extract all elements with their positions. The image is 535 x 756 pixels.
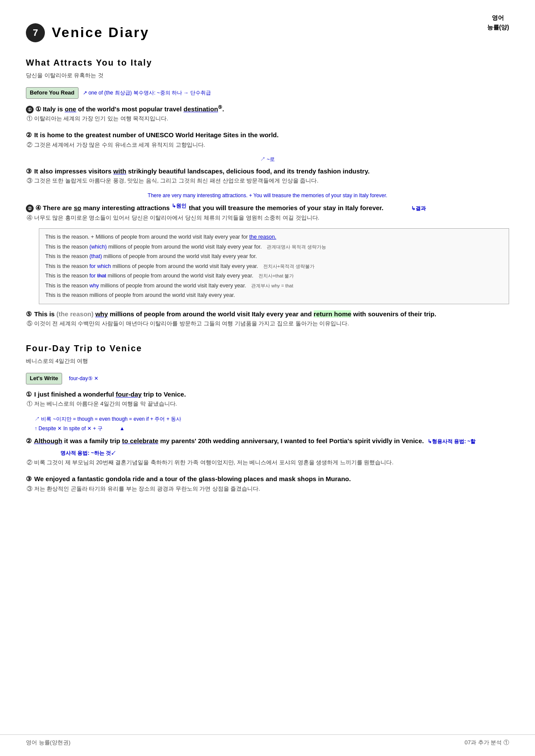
section2-subtitle: 베니스로의 4일간의 여행 [26,357,509,366]
grammar-line-3: This is the reason (that) millions of pe… [45,252,503,261]
section2-title: Four-Day Trip to Venice [26,341,509,355]
badge2-note: four-day⑤ ✕ [69,375,98,383]
sentence-5-ko: ⑤ 이것이 전 세계의 수백만의 사람들이 매년마다 이탈리아를 방문하고 그들… [27,319,509,328]
sentence-1-ko: ① 이탈리아는 세계의 가장 인기 있는 여행 목적지입니다. [27,114,509,123]
num-3: ③ [26,167,31,175]
sentence-6-en: ① I just finished a wonderful four-day t… [26,389,509,400]
chapter-title: 7 Venice Diary [26,22,509,44]
grammar-box: This is the reason. + Millions of people… [39,228,509,304]
chapter-title-text: Venice Diary [52,22,149,44]
sentence-2-en: ② It is home to the greatest number of U… [26,129,509,141]
section1-title: What Attracts You to Italy [26,56,509,69]
sentence-7-ko: ② 비록 그것이 제 부모님의 20번째 결혼기념일을 축하하기 위한 가족 여… [27,458,509,467]
sentence-6-ko: ① 저는 베니스로의 아름다운 4일간의 여행을 막 끝냈습니다. [27,400,509,409]
sentence-4-en: ②④ There are so many interesting attract… [26,202,509,214]
sentence-5-en: ⑤ This is (the reason) why millions of p… [26,309,509,320]
sentence-8-block: ③ We enjoyed a fantastic gondola ride an… [26,473,509,493]
sentence-1-block: ①① Italy is one of the world's most popu… [26,103,509,123]
bottom-right-label: 07과 추가 분석 ① [465,738,509,747]
sentence-3-block: ③ It also impresses visitors with striki… [26,166,509,186]
before-you-read-badge: Before You Read [26,87,79,99]
num-circle-1: ① [26,106,34,113]
grammar-line-5: This is the reason for that millions of … [45,271,503,281]
grammar-line-2: This is the reason (which) millions of p… [45,242,503,252]
bottom-bar: 영어 능률(양현권) 07과 추가 분석 ① [0,734,535,747]
grammar-note-although-2: ↑ Despite ✕ In spite of ✕ + 구 ▲ [35,424,509,434]
num-4: ④ [35,204,41,211]
sentence-1-en: ①① Italy is one of the world's most popu… [26,103,509,115]
combined-note: There are very many interesting attracti… [26,192,509,200]
section1-subtitle: 당신을 이탈리아로 유혹하는 것 [26,71,509,80]
badge1-note: ↗ one of (the 최상급) 복수명사: ~중의 하나 → 단수취급 [83,89,211,97]
num-circle-2: ② [26,205,34,212]
sentence-1-num-plain: ① [35,105,41,113]
sentence-6-block: ① I just finished a wonderful four-day t… [26,389,509,409]
bottom-left-label: 영어 능률(양현권) [26,738,70,747]
sentence-3-en: ③ It also impresses visitors with striki… [26,166,509,177]
num-7: ② [26,437,31,444]
sentence-5-block: ⑤ This is (the reason) why millions of p… [26,309,509,328]
label-line2: 능률(양) [487,22,509,32]
sentence-7-block: ② Although it was a family trip to celeb… [26,435,509,467]
grammar-note-although: ↗ 비록 ~이지만 = though = even though = even … [35,415,509,433]
num-5: ⑤ [26,310,31,318]
num-8: ③ [26,475,31,482]
arrow-note-ro: ↗ ~로 [26,155,509,164]
badge2-row: Let's Write four-day⑤ ✕ [26,373,509,384]
chapter-number: 7 [33,25,38,40]
badge1-row: Before You Read ↗ one of (the 최상급) 복수명사:… [26,87,509,99]
grammar-line-7: This is the reason millions of people fr… [45,290,503,300]
sentence-4-ko: ④ 너무도 많은 흥미로운 명소들이 있어서 당신은 이탈리아에서 당신의 체류… [27,214,509,223]
sentence-8-en: ③ We enjoyed a fantastic gondola ride an… [26,473,509,485]
num-2: ② [26,131,31,139]
chapter-number-circle: 7 [26,23,45,42]
grammar-line-1: This is the reason. + Millions of people… [45,232,503,242]
top-right-label: 영어 능률(양) [487,13,509,32]
sentence-7-en: ② Although it was a family trip to celeb… [26,435,509,458]
grammar-line-6: This is the reason why millions of peopl… [45,281,503,291]
sentence-2-ko: ② 그것은 세계에서 가장 많은 수의 유네스코 세계 유적지의 고향입니다. [27,141,509,150]
sentence-8-ko: ③ 저는 환상적인 곤돌라 타기와 유리를 부는 장소의 광경과 무란노의 가면… [27,485,509,494]
label-line1: 영어 [487,13,509,22]
sentence-3-ko: ③ 그것은 또한 놀랍게도 아름다운 풍경, 맛있는 음식, 그리고 그것의 최… [27,176,509,186]
grammar-note-although-1: ↗ 비록 ~이지만 = though = even though = even … [35,415,509,424]
grammar-line-4: This is the reason for which millions of… [45,261,503,271]
sentence-2-block: ② It is home to the greatest number of U… [26,129,509,149]
lets-write-badge: Let's Write [26,373,62,384]
sentence-4-block: ②④ There are so many interesting attract… [26,202,509,222]
num-6: ① [26,391,31,398]
